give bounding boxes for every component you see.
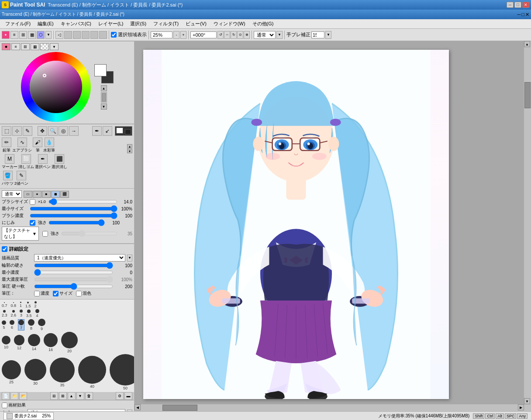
detail-enable-checkbox[interactable]: [2, 246, 7, 252]
blend-mode-dropdown[interactable]: ▼: [127, 410, 132, 412]
brush-item-35[interactable]: 3.5: [26, 310, 32, 318]
hscroll-right[interactable]: ▶: [518, 404, 524, 410]
color-tab-3[interactable]: ⊞: [21, 43, 30, 50]
menu-edit[interactable]: 編集(E): [34, 20, 57, 28]
shape-square[interactable]: ■: [42, 191, 51, 198]
stabilizer-down[interactable]: ▼: [325, 31, 331, 39]
menu-view[interactable]: ビュー(V): [182, 20, 210, 28]
layer-delete[interactable]: 🗑: [85, 392, 93, 400]
menu-select[interactable]: 選択(S): [127, 20, 150, 28]
brush-item-08[interactable]: 0.8: [11, 302, 17, 308]
vscroll-down[interactable]: ▼: [524, 398, 530, 404]
brush-item-2[interactable]: 2: [34, 301, 37, 308]
layer-down[interactable]: ▼: [76, 392, 84, 400]
color-dropdown[interactable]: ▼: [45, 31, 52, 39]
angle-more[interactable]: ⊕: [244, 31, 250, 39]
density-checkbox[interactable]: [34, 291, 40, 296]
brush-item-20[interactable]: 20: [61, 332, 78, 353]
tool-magic-wand[interactable]: ✎: [23, 126, 32, 136]
inner-close-btn[interactable]: ✕: [525, 12, 529, 17]
tool-selection-erase[interactable]: ⬛: [55, 154, 64, 164]
minimize-button[interactable]: ─: [507, 2, 514, 8]
size-checkbox[interactable]: [53, 291, 59, 296]
mode-down[interactable]: ▼: [276, 31, 283, 39]
tool-airbrush[interactable]: ∿: [17, 138, 27, 147]
brush-size-slider[interactable]: [48, 200, 117, 204]
inner-max-btn[interactable]: □: [521, 12, 524, 17]
color-mode-3[interactable]: ⊞: [19, 31, 27, 39]
color-checkbox[interactable]: [76, 291, 82, 296]
brush-item-9[interactable]: 9: [38, 319, 45, 331]
layer-up[interactable]: ▲: [68, 392, 76, 400]
brush-item-4[interactable]: 4: [35, 309, 39, 318]
color-scroll-down[interactable]: ▼: [101, 103, 107, 110]
reset-angle[interactable]: ⊙: [237, 31, 243, 39]
menu-canvas[interactable]: キャンバス(C): [57, 20, 95, 28]
color-tab-checker[interactable]: [40, 43, 49, 50]
brush-item-10[interactable]: 10: [2, 336, 10, 349]
tool-eraser[interactable]: ⬜: [21, 154, 31, 164]
tool-rect-select[interactable]: ⬚: [2, 126, 11, 136]
layer-more[interactable]: ▬: [124, 392, 132, 400]
color-mode-rgb[interactable]: ●: [2, 31, 10, 39]
menu-window[interactable]: ウィンドウ(W): [210, 20, 249, 28]
palette-scroll-up[interactable]: ▲: [129, 124, 134, 124]
blur-checkbox[interactable]: [30, 220, 35, 226]
tool-selection-pen[interactable]: ✒: [38, 154, 48, 164]
layer-new[interactable]: 📄: [2, 392, 10, 400]
nav-btn2[interactable]: [64, 31, 72, 39]
color-mode-2[interactable]: ≡: [10, 31, 18, 39]
nav-btn3[interactable]: [73, 31, 81, 39]
quality-select[interactable]: 1（速度優先）: [34, 254, 125, 262]
selection-area-input[interactable]: [111, 32, 117, 38]
tool-marker[interactable]: M: [5, 154, 14, 164]
brush-item-7[interactable]: 7: [18, 319, 24, 330]
flip-h[interactable]: ↔: [224, 31, 230, 39]
selection-area-checkbox[interactable]: 選択領域表示: [111, 31, 147, 38]
brush-item-3[interactable]: 3: [20, 310, 23, 317]
brush-item-1[interactable]: 1: [20, 302, 22, 308]
brush-item-5[interactable]: 5: [2, 320, 6, 330]
texture-dropdown[interactable]: ▼: [32, 231, 37, 236]
pressure-hard-slider[interactable]: [34, 285, 113, 288]
tools-scroll-up[interactable]: ▲: [127, 144, 132, 148]
layer-settings[interactable]: ⚙: [116, 392, 124, 400]
menu-other[interactable]: その他(G): [249, 20, 277, 28]
tool-eyedrop[interactable]: ✒: [92, 126, 102, 136]
stabilizer-input[interactable]: [311, 31, 324, 38]
menu-file[interactable]: ファイル(F): [2, 20, 34, 28]
menu-layer[interactable]: レイヤー(L): [95, 20, 127, 28]
color-tab-color[interactable]: ■: [2, 43, 10, 50]
rotate-ccw[interactable]: ↺: [217, 31, 224, 39]
tool-brush[interactable]: 🖌: [33, 138, 42, 147]
texture-selector[interactable]: 【テクスチャなし】 ▼: [2, 227, 39, 241]
brush-item-23[interactable]: 2.3: [2, 310, 7, 317]
vscroll-thumb[interactable]: [524, 82, 531, 108]
color-mode-5[interactable]: ⬡: [37, 31, 45, 39]
rotate-cw[interactable]: ↻: [231, 31, 237, 39]
fg-bg-mini[interactable]: [115, 126, 132, 136]
texture-checkbox[interactable]: [42, 231, 48, 237]
nav-btn1[interactable]: ◁: [55, 31, 63, 39]
maximize-button[interactable]: □: [514, 2, 521, 8]
tool-move[interactable]: ✥: [38, 126, 47, 136]
quality-dropdown[interactable]: ▼: [127, 255, 132, 262]
color-tab-dropdown[interactable]: ▼: [50, 43, 59, 50]
edge-hardness-slider[interactable]: [34, 264, 113, 267]
blend-mode-select[interactable]: 通常: [254, 31, 276, 39]
color-scroll-up[interactable]: ▲: [101, 85, 107, 91]
color-scroll-thumb[interactable]: [102, 93, 106, 102]
brush-item-40[interactable]: 40: [78, 356, 106, 389]
inner-min-btn[interactable]: ─: [517, 12, 521, 17]
fg-swatch[interactable]: [94, 64, 107, 76]
brush-item-07[interactable]: 0.7: [2, 302, 7, 308]
brush-item-26[interactable]: 2.6: [11, 310, 17, 317]
shape-oval[interactable]: ◼: [51, 191, 60, 198]
tool-rotate[interactable]: ◎: [59, 126, 68, 136]
nav-btn5[interactable]: [90, 31, 98, 39]
tools-scroll-down[interactable]: ▼: [127, 149, 132, 153]
hardness-slider[interactable]: [61, 231, 117, 236]
layer-blend-mode[interactable]: 通常: [28, 409, 125, 411]
color-picker-square[interactable]: [30, 61, 82, 113]
min-size-slider[interactable]: [30, 207, 117, 211]
